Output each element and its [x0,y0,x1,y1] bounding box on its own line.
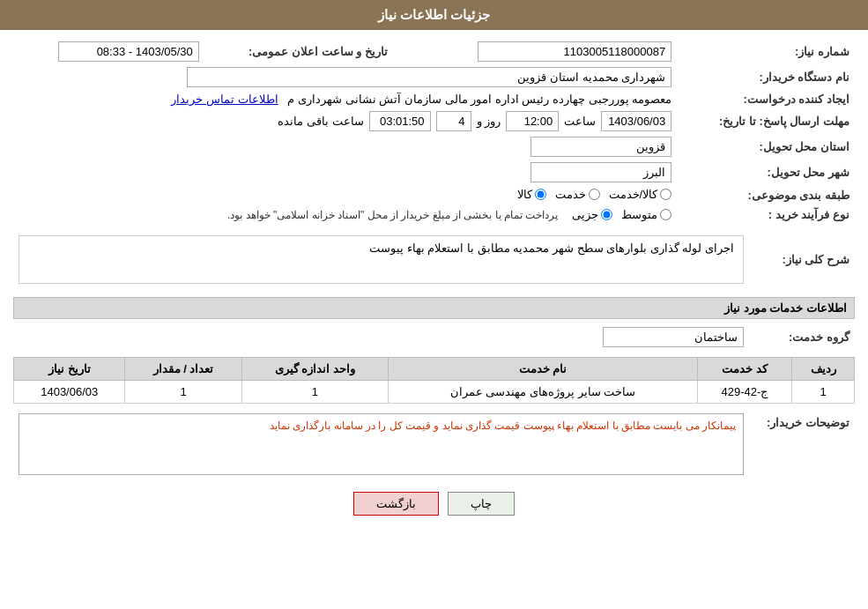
category-service-option: خدمت [555,188,600,201]
category-kala-service-label: کالا/خدمت [609,188,658,201]
deadline-days-label: روز و [477,115,501,128]
buyer-org-value: شهرداری محمدیه استان قزوین [13,64,677,90]
purchase-type-label: نوع فرآیند خرید : [677,205,855,224]
col-header-0: ردیف [792,358,855,381]
service-group-field: ساختمان [603,327,744,347]
col-header-4: تعداد / مقدار [125,358,241,381]
city-field: البرز [530,162,671,182]
table-cell-0-3: 1 [241,381,389,404]
category-kala-label: کالا [517,188,532,201]
need-desc-label: شرح کلی نیاز: [749,229,855,290]
category-label: طبقه بندی موضوعی: [677,185,855,205]
announce-datetime-label: تاریخ و ساعت اعلان عمومی: [204,39,393,64]
main-info-table: شماره نیاز: 1103005118000087 تاریخ و ساع… [13,39,855,224]
buyer-desc-table: توضیحات خریدار: پیمانکار می بایست مطابق … [13,411,855,478]
deadline-row: 1403/06/03 ساعت 12:00 روز و 4 03:01:50 س… [13,108,677,134]
page-wrapper: جزئیات اطلاعات نیاز شماره نیاز: 11030051… [0,0,868,609]
services-table: ردیفکد خدمتنام خدمتواحد اندازه گیریتعداد… [13,357,855,404]
table-cell-0-5: 1403/06/03 [14,381,125,404]
need-number-field: 1103005118000087 [478,41,671,62]
city-value: البرز [13,160,677,185]
category-kala-option: کالا [517,188,546,201]
buyer-org-field: شهرداری محمدیه استان قزوین [187,67,671,87]
buyer-org-label: نام دستگاه خریدار: [677,64,855,90]
deadline-time-label: ساعت [564,115,596,128]
category-kala-radio[interactable] [535,189,546,200]
purchase-jozii-label: جزیی [572,208,598,221]
purchase-jozii-radio[interactable] [601,209,612,220]
page-header: جزئیات اطلاعات نیاز [0,0,868,30]
announce-datetime-value: 1403/05/30 - 08:33 [13,39,204,64]
col-header-3: واحد اندازه گیری [241,358,389,381]
need-number-label: شماره نیاز: [677,39,855,64]
back-button[interactable]: بازگشت [353,492,439,516]
category-service-radio[interactable] [589,189,600,200]
service-group-table: گروه خدمت: ساختمان [13,324,855,350]
table-cell-0-2: ساخت سایر پروژه‌های مهندسی عمران [389,381,697,404]
purchase-mottavaset-option: متوسط [621,208,671,221]
buyer-desc-value: پیمانکار می بایست مطابق با استعلام بهاء … [13,411,749,478]
creator-value: معصومه پوررجبی چهارده رئیس اداره امور ما… [13,90,677,108]
category-service-label: خدمت [555,188,586,201]
need-desc-table: شرح کلی نیاز: اجرای لوله گذاری بلوارهای … [13,229,855,290]
service-group-label: گروه خدمت: [749,324,855,350]
table-cell-0-0: 1 [792,381,855,404]
page-title: جزئیات اطلاعات نیاز [378,7,490,22]
deadline-remaining-label: ساعت باقی مانده [278,115,363,128]
col-header-2: نام خدمت [389,358,697,381]
buyer-desc-text: پیمانکار می بایست مطابق با استعلام بهاء … [19,413,744,475]
city-label: شهر محل تحویل: [677,160,855,185]
deadline-remaining-field: 03:01:50 [369,111,431,131]
province-field: قزوین [530,137,671,157]
deadline-days-field: 4 [436,111,471,131]
creator-label: ایجاد کننده درخواست: [677,90,855,108]
announce-datetime-field: 1403/05/30 - 08:33 [58,41,199,62]
deadline-date-field: 1403/06/03 [601,111,671,131]
purchase-jozii-option: جزیی [572,208,612,221]
table-cell-0-1: ج-42-429 [697,381,792,404]
purchase-type-row: متوسط جزیی پرداخت تمام یا بخشی از مبلغ خ… [13,205,677,224]
service-group-value: ساختمان [13,324,749,350]
print-button[interactable]: چاپ [448,492,515,516]
buttons-row: چاپ بازگشت [13,483,855,524]
province-value: قزوین [13,134,677,160]
deadline-label: مهلت ارسال پاسخ: تا تاریخ: [677,108,855,134]
need-number-value: 1103005118000087 [419,39,677,64]
table-cell-0-4: 1 [125,381,241,404]
services-section-title: اطلاعات خدمات مورد نیاز [13,297,855,319]
need-desc-text: اجرای لوله گذاری بلوارهای سطح شهر محمدیه… [369,241,734,255]
purchase-mottavaset-label: متوسط [621,208,657,221]
col-header-1: کد خدمت [697,358,792,381]
purchase-note: پرداخت تمام یا بخشی از مبلغ خریدار از مح… [227,209,558,221]
deadline-time-field: 12:00 [506,111,559,131]
category-row: کالا/خدمت خدمت کالا [13,185,677,205]
creator-link[interactable]: اطلاعات تماس خریدار [171,93,278,106]
need-desc-value: اجرای لوله گذاری بلوارهای سطح شهر محمدیه… [13,229,749,290]
buyer-desc-label: توضیحات خریدار: [749,411,855,478]
purchase-mottavaset-radio[interactable] [660,209,671,220]
table-row: 1ج-42-429ساخت سایر پروژه‌های مهندسی عمرا… [14,381,855,404]
category-kala-service-option: کالا/خدمت [609,188,672,201]
category-kala-service-radio[interactable] [660,189,671,200]
creator-text: معصومه پوررجبی چهارده رئیس اداره امور ما… [287,93,671,106]
province-label: استان محل تحویل: [677,134,855,160]
col-header-5: تاریخ نیاز [14,358,125,381]
content-area: شماره نیاز: 1103005118000087 تاریخ و ساع… [0,30,868,533]
